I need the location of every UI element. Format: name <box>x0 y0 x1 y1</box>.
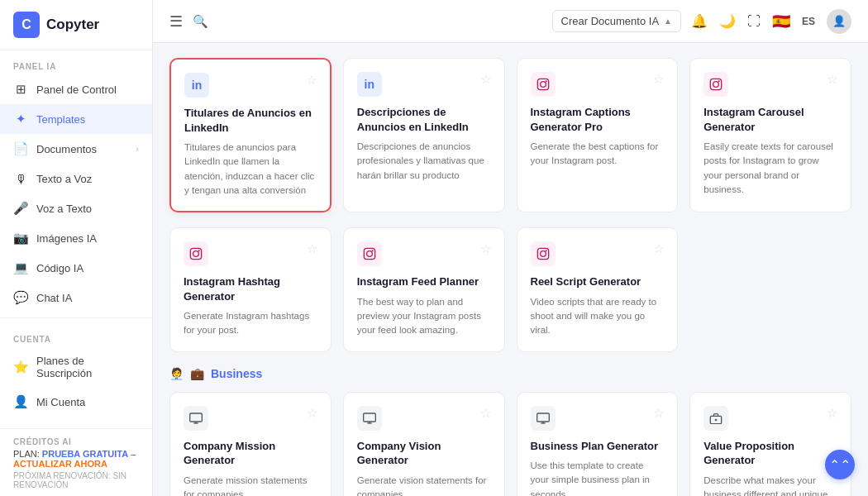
card-desc: Use this template to create your simple … <box>531 459 665 496</box>
svg-point-8 <box>198 250 200 251</box>
sidebar-item-planes[interactable]: ⭐ Planes de Suscripción <box>0 347 152 387</box>
user-icon: 👤 <box>13 394 28 409</box>
menu-icon[interactable]: ☰ <box>169 12 183 31</box>
svg-point-10 <box>366 251 372 257</box>
card-title: Value Proposition Generator <box>703 439 837 468</box>
sidebar-item-codigo[interactable]: 💻 Código IA <box>0 253 152 283</box>
card-company-mission[interactable]: ☆ Company Mission Generator Generate mis… <box>169 392 331 496</box>
sidebar-item-label: Panel de Control <box>36 83 117 96</box>
svg-rect-9 <box>364 248 374 259</box>
star-icon[interactable]: ☆ <box>827 72 837 87</box>
svg-point-11 <box>371 250 373 251</box>
sidebar-item-mi-cuenta[interactable]: 👤 Mi Cuenta <box>0 387 152 417</box>
card-descripciones-linkedin[interactable]: in ☆ Descripciones de Anuncios en Linked… <box>343 58 505 212</box>
svg-rect-18 <box>363 413 375 422</box>
card-title: Instagram Feed Planner <box>357 274 491 289</box>
main-area: ☰ 🔍 Crear Documento IA ▲ 🔔 🌙 ⛶ 🇪🇸 ES 👤 i… <box>153 0 868 496</box>
svg-rect-21 <box>537 413 549 422</box>
moon-icon[interactable]: 🌙 <box>719 13 736 29</box>
card-desc: Generate Instagram hashtags for your pos… <box>184 309 317 338</box>
sidebar-item-label: Templates <box>36 113 85 126</box>
star-icon[interactable]: ☆ <box>480 241 491 256</box>
card-instagram-carousel[interactable]: ☆ Instagram Carousel Generator Easily cr… <box>689 58 851 212</box>
plan-highlight1[interactable]: PRUEBA GRATUITA <box>42 449 128 459</box>
card-reel-script[interactable]: ☆ Reel Script Generator Video scripts th… <box>517 227 679 352</box>
plan-info: PLAN: PRUEBA GRATUITA – ACTUALIZAR AHORA <box>13 449 139 469</box>
sidebar-item-label: Voz a Texto <box>36 203 92 215</box>
chevron-right-icon: › <box>136 144 139 154</box>
camera-icon: 📷 <box>13 231 28 246</box>
card-business-plan[interactable]: ☆ Business Plan Generator Use this templ… <box>517 392 679 496</box>
avatar[interactable]: 👤 <box>827 9 851 34</box>
card-title: Company Mission Generator <box>184 439 317 468</box>
svg-point-2 <box>545 80 546 82</box>
crear-documento-button[interactable]: Crear Documento IA ▲ <box>552 10 681 32</box>
star-icon[interactable]: ☆ <box>480 72 491 87</box>
star-icon[interactable]: ☆ <box>653 241 664 256</box>
sidebar-item-label: Texto a Voz <box>36 173 92 185</box>
logo-icon: C <box>13 12 40 38</box>
star-icon[interactable]: ☆ <box>480 406 491 421</box>
star-icon[interactable]: ☆ <box>653 406 664 421</box>
crear-label: Crear Documento IA <box>561 15 660 27</box>
logo: C Copyter <box>0 0 152 50</box>
card-top: ☆ <box>531 72 665 97</box>
card-company-vision[interactable]: ☆ Company Vision Generator Generate visi… <box>343 392 505 496</box>
svg-rect-0 <box>537 79 548 89</box>
business-emoji2: 💼 <box>190 367 204 380</box>
card-title: Business Plan Generator <box>531 439 665 454</box>
card-titulares-linkedin[interactable]: in ☆ Titulares de Anuncios en LinkedIn T… <box>169 58 331 212</box>
card-grid-business: ☆ Company Mission Generator Generate mis… <box>169 392 851 496</box>
card-instagram-hashtag[interactable]: ☆ Instagram Hashtag Generator Generate I… <box>169 227 331 352</box>
search-icon[interactable]: 🔍 <box>193 14 208 29</box>
svg-point-5 <box>718 80 720 82</box>
sidebar-item-panel-control[interactable]: ⊞ Panel de Control <box>0 74 152 104</box>
card-instagram-feed[interactable]: ☆ Instagram Feed Planner The best way to… <box>343 227 505 352</box>
plan-upgrade-link[interactable]: ACTUALIZAR AHORA <box>13 459 107 469</box>
logo-text: Copyter <box>46 17 99 33</box>
language-label[interactable]: ES <box>802 16 815 27</box>
card-title: Titulares de Anuncios en LinkedIn <box>184 106 317 135</box>
sidebar-item-documentos[interactable]: 📄 Documentos › <box>0 134 152 164</box>
card-title: Instagram Captions Generator Pro <box>531 105 665 134</box>
business-label: Business <box>211 367 262 380</box>
sidebar-item-label: Imágenes IA <box>36 232 97 245</box>
card-top: ☆ <box>531 406 665 431</box>
flag-icon: 🇪🇸 <box>772 12 790 31</box>
card-grid-row1: in ☆ Titulares de Anuncios en LinkedIn T… <box>169 58 851 212</box>
card-desc: Generate mission statements for companie… <box>184 474 317 496</box>
sidebar-item-label: Mi Cuenta <box>36 396 85 408</box>
star-icon[interactable]: ☆ <box>827 406 837 421</box>
star-icon[interactable]: ☆ <box>307 406 317 421</box>
card-desc: Descripciones de anuncios profesionales … <box>357 140 491 183</box>
instagram-icon <box>703 72 728 97</box>
plan-separator: – <box>131 449 136 459</box>
sidebar-item-templates[interactable]: ✦ Templates <box>0 104 152 134</box>
mic-icon: 🎙 <box>13 171 28 186</box>
content-area: in ☆ Titulares de Anuncios en LinkedIn T… <box>153 43 868 496</box>
sidebar-item-label: Chat IA <box>36 292 72 304</box>
card-value-proposition[interactable]: ☆ Value Proposition Generator Describe w… <box>689 392 851 496</box>
business-emoji1: 🧑‍💼 <box>169 367 184 380</box>
star-icon[interactable]: ☆ <box>653 72 664 87</box>
linkedin-icon: in <box>357 72 382 97</box>
creditos-label: CRÉDITOS AI <box>13 437 139 446</box>
card-grid-row2: ☆ Instagram Hashtag Generator Generate I… <box>169 227 851 352</box>
scroll-to-top-button[interactable]: ⌃⌃ <box>825 450 855 479</box>
sidebar-item-imagenes[interactable]: 📷 Imágenes IA <box>0 223 152 253</box>
sidebar-item-voz-texto[interactable]: 🎤 Voz a Texto <box>0 193 152 223</box>
card-desc: Generate vision statements for companies <box>357 474 491 496</box>
card-instagram-captions[interactable]: ☆ Instagram Captions Generator Pro Gener… <box>517 58 679 212</box>
sidebar-item-texto-voz[interactable]: 🎙 Texto a Voz <box>0 164 152 193</box>
topbar-icons: 🔔 🌙 ⛶ 🇪🇸 ES 👤 <box>691 9 851 34</box>
star-icon[interactable]: ☆ <box>307 241 317 256</box>
bell-icon[interactable]: 🔔 <box>691 13 708 29</box>
fullscreen-icon[interactable]: ⛶ <box>747 14 761 29</box>
svg-rect-3 <box>711 79 722 89</box>
sidebar-item-chat[interactable]: 💬 Chat IA <box>0 283 152 312</box>
sidebar-footer: CRÉDITOS AI PLAN: PRUEBA GRATUITA – ACTU… <box>0 428 152 496</box>
svg-point-1 <box>540 82 546 88</box>
svg-point-13 <box>540 251 546 257</box>
star-icon[interactable]: ☆ <box>306 73 317 88</box>
card-desc: The best way to plan and preview your In… <box>357 295 491 338</box>
